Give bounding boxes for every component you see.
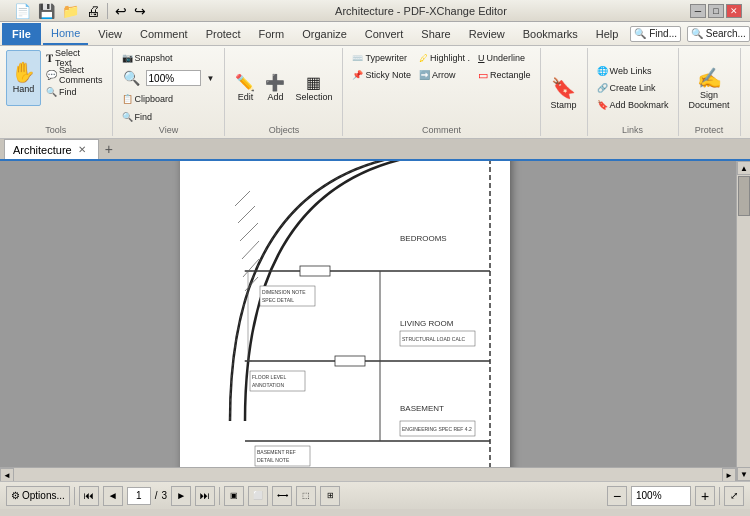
architecture-tab[interactable]: Architecture ✕ bbox=[4, 139, 99, 159]
window-title: Architecture - PDF-XChange Editor bbox=[152, 5, 690, 17]
hand-icon: ✋ bbox=[11, 62, 36, 82]
svg-rect-25 bbox=[300, 266, 330, 276]
add-bookmark-btn[interactable]: 🔖 Add Bookmark bbox=[594, 97, 672, 113]
comment-group-label: Comment bbox=[349, 125, 533, 136]
edit-icon: ✏️ bbox=[235, 73, 255, 92]
view-tab[interactable]: View bbox=[90, 23, 130, 45]
organize-tab[interactable]: Organize bbox=[294, 23, 355, 45]
scroll-track-v[interactable] bbox=[737, 175, 750, 467]
page-total: 3 bbox=[162, 490, 168, 501]
convert-tab[interactable]: Convert bbox=[357, 23, 412, 45]
sign-document-btn[interactable]: ✍️ SignDocument bbox=[685, 62, 734, 114]
minimize-btn[interactable]: ─ bbox=[690, 4, 706, 18]
prev-page-btn[interactable]: ◄ bbox=[103, 486, 123, 506]
links-group: 🌐 Web Links 🔗 Create Link 🔖 Add Bookmark… bbox=[588, 48, 679, 136]
help-tab[interactable]: Help bbox=[588, 23, 627, 45]
underline-btn[interactable]: U Underline bbox=[475, 50, 534, 66]
highlight-btn[interactable]: 🖊 Highlight . bbox=[416, 50, 473, 66]
redo-btn[interactable]: ↪ bbox=[132, 2, 148, 20]
hand-tool-btn[interactable]: ✋ Hand bbox=[6, 50, 41, 106]
zoom-combo[interactable]: 100% bbox=[146, 70, 201, 86]
svg-text:SPEC DETAIL: SPEC DETAIL bbox=[262, 297, 294, 303]
open-btn[interactable]: 📁 bbox=[60, 2, 81, 20]
horizontal-scrollbar[interactable]: ◄ ► bbox=[0, 467, 736, 481]
sep1 bbox=[74, 487, 75, 505]
sticky-note-icon: 📌 bbox=[352, 70, 363, 80]
selection-btn[interactable]: ▦ Selection bbox=[291, 62, 336, 114]
quick-access-toolbar: 📄 💾 📁 🖨 ↩ ↪ bbox=[8, 2, 152, 20]
clipboard-btn[interactable]: 📋 Clipboard bbox=[119, 91, 177, 107]
snapshot-btn[interactable]: 📷 Snapshot bbox=[119, 50, 176, 66]
page-mode-btn5[interactable]: ⊞ bbox=[320, 486, 340, 506]
vertical-scrollbar[interactable]: ▲ ▼ bbox=[736, 161, 750, 481]
select-text-btn[interactable]: 𝐓 SelectText bbox=[43, 50, 106, 66]
title-bar: 📄 💾 📁 🖨 ↩ ↪ Architecture - PDF-XChange E… bbox=[0, 0, 750, 22]
find-view-btn[interactable]: 🔍 Find bbox=[119, 109, 156, 125]
form-tab[interactable]: Form bbox=[251, 23, 293, 45]
bookmark-icon: 🔖 bbox=[597, 100, 608, 110]
first-page-btn[interactable]: ⏮ bbox=[79, 486, 99, 506]
comment-group: ⌨️ Typewriter 📌 Sticky Note 🖊 Highlight … bbox=[343, 48, 540, 136]
zoom-input[interactable] bbox=[631, 486, 691, 506]
fit-page-btn[interactable]: ⤢ bbox=[724, 486, 744, 506]
find-bar[interactable]: 🔍 Find... bbox=[630, 26, 681, 42]
last-page-btn[interactable]: ⏭ bbox=[195, 486, 215, 506]
sticky-note-btn[interactable]: 📌 Sticky Note bbox=[349, 67, 414, 83]
bookmarks-tab[interactable]: Bookmarks bbox=[515, 23, 586, 45]
undo-btn[interactable]: ↩ bbox=[113, 2, 129, 20]
protect-tab[interactable]: Protect bbox=[198, 23, 249, 45]
home-tab[interactable]: Home bbox=[43, 23, 88, 45]
sep2 bbox=[219, 487, 220, 505]
find-tool-btn[interactable]: 🔍 Find bbox=[43, 84, 106, 100]
search-bar[interactable]: 🔍 Search... bbox=[687, 26, 750, 42]
select-comments-btn[interactable]: 💬 SelectComments bbox=[43, 67, 106, 83]
blueprint-svg: BEDROOMS LIVING ROOM BASEMENT DIMENSION … bbox=[180, 161, 510, 481]
maximize-btn[interactable]: □ bbox=[708, 4, 724, 18]
print-btn[interactable]: 🖨 bbox=[84, 2, 102, 20]
scroll-up-btn[interactable]: ▲ bbox=[737, 161, 750, 175]
next-page-btn[interactable]: ► bbox=[171, 486, 191, 506]
select-comments-icon: 💬 bbox=[46, 70, 57, 80]
tab-close-btn[interactable]: ✕ bbox=[78, 144, 86, 155]
page-number-input[interactable] bbox=[127, 487, 151, 505]
select-text-icon: 𝐓 bbox=[46, 52, 53, 65]
page-mode-btn3[interactable]: ⟷ bbox=[272, 486, 292, 506]
protect-group: ✍️ SignDocument Protect bbox=[679, 48, 741, 136]
scroll-down-btn[interactable]: ▼ bbox=[737, 467, 750, 481]
add-objects-btn[interactable]: ➕ Add bbox=[261, 62, 289, 114]
page-mode-btn4[interactable]: ⬚ bbox=[296, 486, 316, 506]
add-tab-btn[interactable]: + bbox=[99, 139, 119, 159]
rectangle-btn[interactable]: ▭ Rectangle bbox=[475, 67, 534, 83]
svg-text:STRUCTURAL LOAD CALC: STRUCTURAL LOAD CALC bbox=[402, 336, 466, 342]
zoom-in-status-btn[interactable]: + bbox=[695, 486, 715, 506]
arrow-btn[interactable]: ➡️ Arrow bbox=[416, 67, 473, 83]
web-links-btn[interactable]: 🌐 Web Links bbox=[594, 63, 672, 79]
stamp-btn[interactable]: 🔖 Stamp bbox=[547, 67, 581, 119]
svg-text:ENGINEERING SPEC REF 4.2: ENGINEERING SPEC REF 4.2 bbox=[402, 426, 472, 432]
create-link-btn[interactable]: 🔗 Create Link bbox=[594, 80, 672, 96]
edit-objects-btn[interactable]: ✏️ Edit bbox=[231, 62, 259, 114]
scroll-left-btn[interactable]: ◄ bbox=[0, 468, 14, 481]
svg-text:LIVING ROOM: LIVING ROOM bbox=[400, 319, 454, 328]
page-mode-btn2[interactable]: ⬜ bbox=[248, 486, 268, 506]
comment-tab[interactable]: Comment bbox=[132, 23, 196, 45]
scroll-right-btn[interactable]: ► bbox=[722, 468, 736, 481]
find-icon: 🔍 bbox=[46, 87, 57, 97]
share-tab[interactable]: Share bbox=[413, 23, 458, 45]
zoom-out-btn[interactable]: − bbox=[607, 486, 627, 506]
links-group-label: Links bbox=[594, 125, 672, 136]
file-menu[interactable]: File bbox=[2, 23, 41, 45]
save-btn[interactable]: 💾 bbox=[36, 2, 57, 20]
page-mode-btn1[interactable]: ▣ bbox=[224, 486, 244, 506]
zoom-dropdown-btn[interactable]: ▼ bbox=[203, 68, 219, 88]
options-btn[interactable]: ⚙ Options... bbox=[6, 486, 70, 506]
scroll-thumb-v[interactable] bbox=[738, 176, 750, 216]
close-btn[interactable]: ✕ bbox=[726, 4, 742, 18]
scroll-track-h[interactable] bbox=[14, 468, 722, 481]
web-links-icon: 🌐 bbox=[597, 66, 608, 76]
select-tools: 𝐓 SelectText 💬 SelectComments 🔍 Find bbox=[43, 50, 106, 100]
zoom-in-btn[interactable]: 🔍 bbox=[119, 68, 144, 88]
typewriter-btn[interactable]: ⌨️ Typewriter bbox=[349, 50, 414, 66]
selection-icon: ▦ bbox=[306, 73, 321, 92]
review-tab[interactable]: Review bbox=[461, 23, 513, 45]
